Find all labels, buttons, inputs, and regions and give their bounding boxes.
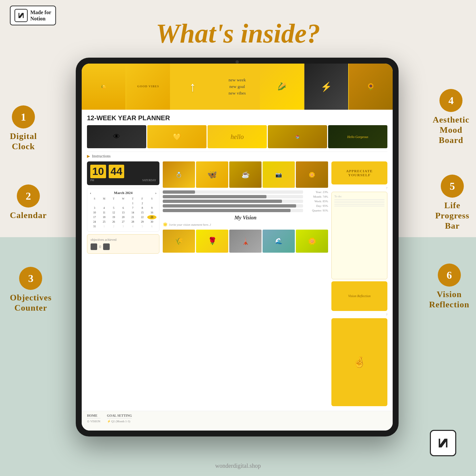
mood-board-row: 👁 💛 hello 📚 Hello Gorgeous [87,125,387,148]
progress-label-2: Month: 74% [305,195,328,198]
screen-main: 12-WEEK YEAR PLANNER 👁 💛 hello 📚 Hello G… [82,110,393,411]
cal-day: 4 [128,224,137,229]
cal-h-w: W [119,197,128,201]
pc-item-1: 💍 [163,161,195,188]
tablet-container: 🍋 GOOD VIBES ↑ new week new goal new vib… [76,58,399,436]
badge-label-1: DigitalClock [10,131,37,152]
pc-item-5: 🌼 [296,161,328,188]
clock-meta: PM SATURDAY [90,179,156,182]
cal-day: 31 [90,224,99,229]
cal-day: 2 [138,201,147,206]
appreciate-text: APPRECIATE YOURSELF [335,169,384,177]
progress-bar-bg-5 [163,209,303,212]
calendar-header: ‹ March 2024 › [90,191,156,195]
bp-item-3: 🗼 [229,230,262,253]
cal-day: 25 [99,220,109,224]
content-grid: 10 44 PM SATURDAY ‹ [87,161,387,406]
vision-text: 🌟 {write your vision statement here..} [163,222,328,227]
badge-label-6: VisionReflection [429,289,469,310]
nav-item-vision[interactable]: ⊙ VISION [87,420,100,423]
progress-row-3: Week: 85% [163,200,328,203]
cal-day [147,201,156,206]
feature-1: 1 DigitalClock [10,105,37,152]
todo-line-4 [334,204,384,205]
cal-h-s2: S [147,197,156,201]
tablet-outer: 🍋 GOOD VIBES ↑ new week new goal new vib… [76,58,399,436]
vision-section: My Vision 🌟 {write your vision statement… [163,215,328,227]
todo-box: To do: [331,192,387,279]
nav-col-1: HOME ⊙ VISION [87,414,100,428]
left-panel: 10 44 PM SATURDAY ‹ [87,161,159,406]
cal-day: 2 [109,224,118,229]
cal-day: 4 [99,206,109,210]
cal-day: 14 [128,210,137,215]
hand-icon: 🤞 [353,356,366,368]
appreciate-box: APPRECIATE YOURSELF [331,161,387,184]
cal-day: 6 [147,224,156,229]
cal-day: 7 [128,206,137,210]
cal-day: 15 [138,210,147,215]
cal-day: 9 [147,206,156,210]
badge-circle-6: 6 [438,264,461,287]
cal-day: 21 [128,215,137,219]
cal-day: 29 [138,220,147,224]
cal-day [109,201,118,206]
feature-3: 3 ObjectivesCounter [10,267,52,313]
cal-day: 19 [109,215,118,219]
header-lightning: ⚡ [304,64,348,110]
question-mark-2: ? [331,313,387,316]
clock-hour: 10 [90,165,106,178]
progress-bar-fill-1 [163,190,195,194]
feature-2: 2 Calendar [10,184,47,220]
progress-row-2: Month: 74% [163,195,328,198]
progress-row-1: Year: 23% [163,190,328,194]
cal-day: 26 [109,220,118,224]
pc-item-2: 🦋 [196,161,228,188]
cal-h-t: T [109,197,118,201]
cal-h-t2: T [128,197,137,201]
objectives-widget: objectives achieved 0 [87,234,159,254]
clock-widget: 10 44 PM SATURDAY [87,161,159,185]
cal-day: 18 [99,215,109,219]
cal-day: 11 [99,210,109,215]
mb-arm: 💛 [147,125,207,148]
cal-day: 1 [99,224,109,229]
clock-minute: 44 [109,165,125,178]
badge-label-3: ObjectivesCounter [10,293,52,313]
cal-prev[interactable]: ‹ [90,191,91,195]
todo-line-2 [334,201,384,201]
progress-bar-bg-4 [163,204,303,208]
vision-title: My Vision [163,215,328,221]
progress-bar-bg-3 [163,200,303,203]
badge-circle-1: 1 [12,105,35,128]
cal-day: 3 [119,224,128,229]
todo-line-5 [334,206,384,206]
vision-reflection-box: Vision Reflection [331,281,387,311]
cal-day-today: 23 [147,215,156,219]
obj-box-2 [103,243,110,250]
cal-day: 5 [109,206,118,210]
badge-label-2: Calendar [10,210,47,220]
header-arrow: ↑ [171,64,214,110]
clock-day: SATURDAY [142,179,156,182]
badge-circle-3: 3 [19,267,42,290]
nav-item-q1[interactable]: ⚡ Q1 (Month 1-3) [107,420,132,423]
cal-day: 6 [119,206,128,210]
mb-hello: hello [208,125,267,148]
progress-bar-fill-4 [163,204,296,208]
progress-label-5: Quarter: 91% [305,209,328,212]
nav-header-2: GOAL SETTING [107,414,132,418]
cal-month: March 2024 [114,191,132,195]
cal-next[interactable]: › [155,191,156,195]
nav-col-2: GOAL SETTING ⚡ Q1 (Month 1-3) [107,414,132,428]
cal-day [119,201,128,206]
pc-item-3: ☕ [229,161,262,188]
cal-h-s: S [90,197,99,201]
header-yellow-2: 🌽 [260,64,304,110]
progress-bar-bg-2 [163,195,303,198]
cal-day: 12 [109,210,118,215]
progress-row-5: Quarter: 91% [163,209,328,212]
cal-day: 20 [119,215,128,219]
progress-row-4: Day: 95% [163,204,328,208]
calendar-grid: S M T W T F S [90,197,156,229]
